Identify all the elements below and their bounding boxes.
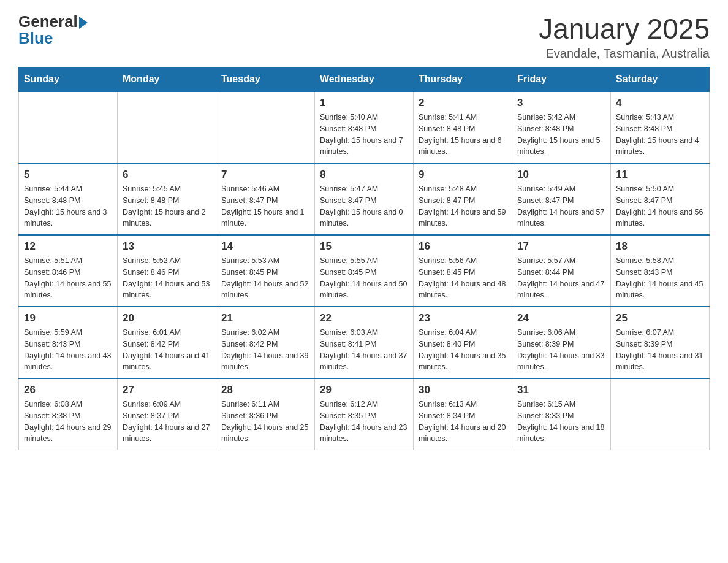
calendar-week-row: 26Sunrise: 6:08 AMSunset: 8:38 PMDayligh… — [19, 378, 710, 450]
day-number: 24 — [517, 312, 605, 324]
day-number: 28 — [221, 384, 309, 396]
calendar-cell: 2Sunrise: 5:41 AMSunset: 8:48 PMDaylight… — [414, 91, 512, 163]
calendar-cell — [118, 91, 216, 163]
calendar-cell: 17Sunrise: 5:57 AMSunset: 8:44 PMDayligh… — [512, 235, 611, 307]
calendar-cell: 27Sunrise: 6:09 AMSunset: 8:37 PMDayligh… — [118, 378, 216, 450]
calendar-header-tuesday: Tuesday — [216, 67, 315, 92]
calendar-cell: 25Sunrise: 6:07 AMSunset: 8:39 PMDayligh… — [611, 307, 710, 378]
calendar-cell: 22Sunrise: 6:03 AMSunset: 8:41 PMDayligh… — [315, 307, 414, 378]
day-info: Sunrise: 5:52 AMSunset: 8:46 PMDaylight:… — [123, 255, 211, 301]
calendar-table: SundayMondayTuesdayWednesdayThursdayFrid… — [18, 67, 710, 450]
day-info: Sunrise: 5:45 AMSunset: 8:48 PMDaylight:… — [123, 183, 211, 229]
calendar-cell — [19, 91, 118, 163]
title-section: January 2025 Evandale, Tasmania, Austral… — [539, 12, 710, 61]
logo: General Blue — [18, 12, 88, 48]
day-number: 27 — [123, 384, 211, 396]
day-info: Sunrise: 5:50 AMSunset: 8:47 PMDaylight:… — [616, 183, 704, 229]
day-number: 14 — [221, 240, 309, 253]
calendar-cell: 8Sunrise: 5:47 AMSunset: 8:47 PMDaylight… — [315, 163, 414, 235]
calendar-header-monday: Monday — [118, 67, 216, 92]
day-number: 8 — [320, 169, 408, 181]
day-info: Sunrise: 6:11 AMSunset: 8:36 PMDaylight:… — [221, 399, 309, 445]
page-header: General Blue January 2025 Evandale, Tasm… — [18, 12, 710, 61]
calendar-cell: 9Sunrise: 5:48 AMSunset: 8:47 PMDaylight… — [414, 163, 512, 235]
day-info: Sunrise: 5:59 AMSunset: 8:43 PMDaylight:… — [24, 327, 112, 373]
day-info: Sunrise: 5:47 AMSunset: 8:47 PMDaylight:… — [320, 183, 408, 229]
day-number: 20 — [123, 312, 211, 324]
day-info: Sunrise: 5:57 AMSunset: 8:44 PMDaylight:… — [517, 255, 605, 301]
day-info: Sunrise: 5:43 AMSunset: 8:48 PMDaylight:… — [616, 112, 704, 158]
calendar-cell: 3Sunrise: 5:42 AMSunset: 8:48 PMDaylight… — [512, 91, 611, 163]
calendar-header-row: SundayMondayTuesdayWednesdayThursdayFrid… — [19, 67, 710, 92]
day-number: 6 — [123, 169, 211, 181]
day-info: Sunrise: 6:09 AMSunset: 8:37 PMDaylight:… — [123, 399, 211, 445]
day-info: Sunrise: 5:42 AMSunset: 8:48 PMDaylight:… — [517, 112, 605, 158]
calendar-cell — [611, 378, 710, 450]
calendar-cell: 24Sunrise: 6:06 AMSunset: 8:39 PMDayligh… — [512, 307, 611, 378]
calendar-cell: 4Sunrise: 5:43 AMSunset: 8:48 PMDaylight… — [611, 91, 710, 163]
day-number: 22 — [320, 312, 408, 324]
calendar-header-thursday: Thursday — [414, 67, 512, 92]
day-number: 25 — [616, 312, 704, 324]
calendar-cell: 31Sunrise: 6:15 AMSunset: 8:33 PMDayligh… — [512, 378, 611, 450]
calendar-week-row: 12Sunrise: 5:51 AMSunset: 8:46 PMDayligh… — [19, 235, 710, 307]
calendar-cell: 30Sunrise: 6:13 AMSunset: 8:34 PMDayligh… — [414, 378, 512, 450]
calendar-cell: 26Sunrise: 6:08 AMSunset: 8:38 PMDayligh… — [19, 378, 118, 450]
calendar-cell: 23Sunrise: 6:04 AMSunset: 8:40 PMDayligh… — [414, 307, 512, 378]
day-number: 29 — [320, 384, 408, 396]
day-info: Sunrise: 6:01 AMSunset: 8:42 PMDaylight:… — [123, 327, 211, 373]
day-info: Sunrise: 5:49 AMSunset: 8:47 PMDaylight:… — [517, 183, 605, 229]
day-number: 15 — [320, 240, 408, 253]
day-info: Sunrise: 6:04 AMSunset: 8:40 PMDaylight:… — [419, 327, 507, 373]
day-number: 21 — [221, 312, 309, 324]
calendar-header-saturday: Saturday — [611, 67, 710, 92]
day-info: Sunrise: 6:02 AMSunset: 8:42 PMDaylight:… — [221, 327, 309, 373]
day-info: Sunrise: 6:06 AMSunset: 8:39 PMDaylight:… — [517, 327, 605, 373]
day-number: 17 — [517, 240, 605, 253]
calendar-week-row: 5Sunrise: 5:44 AMSunset: 8:48 PMDaylight… — [19, 163, 710, 235]
day-number: 5 — [24, 169, 112, 181]
day-number: 7 — [221, 169, 309, 181]
calendar-cell: 6Sunrise: 5:45 AMSunset: 8:48 PMDaylight… — [118, 163, 216, 235]
day-info: Sunrise: 5:46 AMSunset: 8:47 PMDaylight:… — [221, 183, 309, 229]
day-number: 3 — [517, 97, 605, 109]
day-number: 13 — [123, 240, 211, 253]
day-info: Sunrise: 6:08 AMSunset: 8:38 PMDaylight:… — [24, 399, 112, 445]
calendar-header-wednesday: Wednesday — [315, 67, 414, 92]
day-info: Sunrise: 5:51 AMSunset: 8:46 PMDaylight:… — [24, 255, 112, 301]
calendar-cell: 7Sunrise: 5:46 AMSunset: 8:47 PMDaylight… — [216, 163, 315, 235]
calendar-cell: 10Sunrise: 5:49 AMSunset: 8:47 PMDayligh… — [512, 163, 611, 235]
day-number: 30 — [419, 384, 507, 396]
logo-blue: Blue — [18, 29, 88, 48]
calendar-cell: 1Sunrise: 5:40 AMSunset: 8:48 PMDaylight… — [315, 91, 414, 163]
calendar-cell: 29Sunrise: 6:12 AMSunset: 8:35 PMDayligh… — [315, 378, 414, 450]
calendar-cell: 21Sunrise: 6:02 AMSunset: 8:42 PMDayligh… — [216, 307, 315, 378]
calendar-week-row: 1Sunrise: 5:40 AMSunset: 8:48 PMDaylight… — [19, 91, 710, 163]
day-number: 18 — [616, 240, 704, 253]
calendar-cell: 16Sunrise: 5:56 AMSunset: 8:45 PMDayligh… — [414, 235, 512, 307]
day-number: 9 — [419, 169, 507, 181]
day-info: Sunrise: 6:13 AMSunset: 8:34 PMDaylight:… — [419, 399, 507, 445]
day-number: 16 — [419, 240, 507, 253]
calendar-cell: 20Sunrise: 6:01 AMSunset: 8:42 PMDayligh… — [118, 307, 216, 378]
calendar-cell: 12Sunrise: 5:51 AMSunset: 8:46 PMDayligh… — [19, 235, 118, 307]
calendar-cell: 11Sunrise: 5:50 AMSunset: 8:47 PMDayligh… — [611, 163, 710, 235]
calendar-header-sunday: Sunday — [19, 67, 118, 92]
day-number: 4 — [616, 97, 704, 109]
calendar-cell: 5Sunrise: 5:44 AMSunset: 8:48 PMDaylight… — [19, 163, 118, 235]
calendar-cell: 18Sunrise: 5:58 AMSunset: 8:43 PMDayligh… — [611, 235, 710, 307]
calendar-week-row: 19Sunrise: 5:59 AMSunset: 8:43 PMDayligh… — [19, 307, 710, 378]
day-number: 12 — [24, 240, 112, 253]
day-info: Sunrise: 6:07 AMSunset: 8:39 PMDaylight:… — [616, 327, 704, 373]
main-title: January 2025 — [539, 12, 710, 45]
calendar-header-friday: Friday — [512, 67, 611, 92]
day-number: 26 — [24, 384, 112, 396]
calendar-cell: 14Sunrise: 5:53 AMSunset: 8:45 PMDayligh… — [216, 235, 315, 307]
calendar-cell: 28Sunrise: 6:11 AMSunset: 8:36 PMDayligh… — [216, 378, 315, 450]
day-info: Sunrise: 5:53 AMSunset: 8:45 PMDaylight:… — [221, 255, 309, 301]
day-number: 11 — [616, 169, 704, 181]
subtitle: Evandale, Tasmania, Australia — [539, 47, 710, 61]
day-info: Sunrise: 5:44 AMSunset: 8:48 PMDaylight:… — [24, 183, 112, 229]
day-info: Sunrise: 5:40 AMSunset: 8:48 PMDaylight:… — [320, 112, 408, 158]
calendar-cell: 15Sunrise: 5:55 AMSunset: 8:45 PMDayligh… — [315, 235, 414, 307]
